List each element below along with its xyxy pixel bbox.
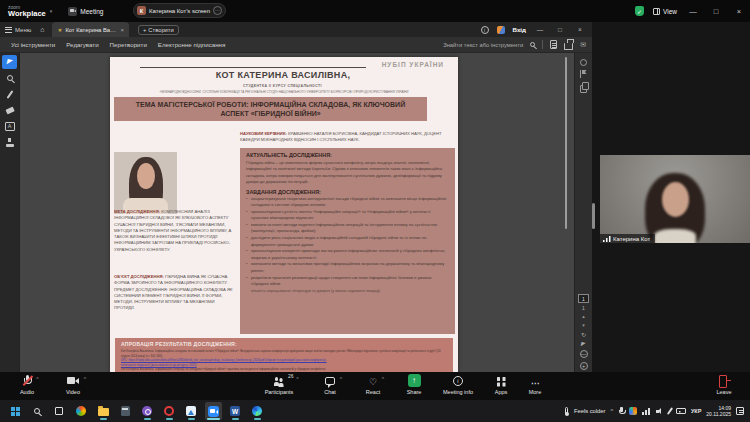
- create-button[interactable]: + Створити: [138, 25, 179, 35]
- previous-page-icon[interactable]: ▴: [582, 314, 585, 319]
- highlight-pen-button[interactable]: [2, 87, 17, 101]
- search-icon[interactable]: [530, 42, 535, 47]
- zoom-in-icon[interactable]: +: [580, 362, 588, 370]
- volume-icon[interactable]: [656, 407, 664, 415]
- pdf-right-tool-rail: 1 1 ▴ ▾ ↻ ◤ — +: [574, 53, 592, 372]
- home-icon[interactable]: ⌂: [40, 26, 44, 33]
- share-label: Share: [407, 389, 422, 395]
- find-text-label[interactable]: Знайти текст або інструменти: [443, 42, 523, 48]
- apps-button[interactable]: Apps: [484, 374, 518, 399]
- view-button[interactable]: View: [653, 8, 677, 15]
- weather-label[interactable]: Feels colder: [574, 408, 606, 414]
- video-options-caret[interactable]: ^: [84, 376, 86, 382]
- tools-menu-edit[interactable]: Редагувати: [66, 41, 98, 48]
- participants-options-caret[interactable]: ^: [296, 376, 298, 382]
- pages-panel-icon[interactable]: [580, 82, 588, 91]
- chat-options-caret[interactable]: ^: [340, 376, 342, 382]
- pdf-menu-button[interactable]: Меню: [5, 27, 31, 33]
- eraser-tool-button[interactable]: [2, 103, 17, 117]
- meeting-info-button[interactable]: i Meeting info: [434, 374, 482, 399]
- share-button[interactable]: ↑ Share: [396, 374, 432, 399]
- language-indicator[interactable]: УКР: [691, 408, 701, 414]
- zoom-out-icon[interactable]: —: [580, 350, 588, 358]
- info-circle-icon: i: [453, 376, 463, 386]
- taskbar-search-button[interactable]: [29, 402, 46, 420]
- tools-menu-esign[interactable]: Електронне підписання: [158, 41, 226, 48]
- clock[interactable]: 14:09 20.11.2025: [706, 405, 731, 418]
- opera-button[interactable]: [161, 402, 178, 420]
- pdf-maximize-button[interactable]: □: [554, 26, 566, 33]
- participant-video-tile[interactable]: Катерина Кот: [600, 155, 750, 243]
- bookmark-icon[interactable]: [580, 70, 587, 78]
- stamp-tool-button[interactable]: [2, 135, 17, 149]
- tray-app-icon[interactable]: [629, 407, 637, 415]
- zoom-app-button[interactable]: [205, 402, 222, 420]
- task-view-button[interactable]: [51, 402, 68, 420]
- next-page-icon[interactable]: ▾: [582, 323, 585, 328]
- pdf-close-button[interactable]: ×: [574, 26, 586, 33]
- info-icon[interactable]: i: [481, 26, 489, 34]
- word-icon: W: [230, 406, 240, 416]
- react-options-caret[interactable]: ^: [382, 376, 384, 382]
- react-button[interactable]: ♡^ React: [355, 374, 391, 399]
- copilot-button[interactable]: [73, 402, 90, 420]
- chevron-down-icon[interactable]: ▾: [50, 8, 53, 14]
- tab-meeting[interactable]: Meeting: [68, 7, 103, 16]
- hidden-icons-chevron[interactable]: ^: [611, 408, 614, 414]
- approbation-box: АПРОБАЦІЯ РЕЗУЛЬТАТІВ ДОСЛІДЖЕННЯ: Кот К…: [115, 338, 453, 372]
- header-rule: [140, 67, 366, 68]
- edge-button[interactable]: [249, 402, 266, 420]
- calculator-button[interactable]: [117, 402, 134, 420]
- favorite-star-icon[interactable]: ★: [57, 27, 62, 33]
- touch-keyboard-icon[interactable]: [676, 408, 686, 414]
- zoom-tool-button[interactable]: [2, 71, 17, 85]
- maximize-button[interactable]: □: [709, 7, 723, 16]
- audio-options-caret[interactable]: ^: [36, 376, 38, 382]
- shared-screen-pill[interactable]: К Катерина Кот's screen ⋯: [133, 3, 226, 18]
- weather-thermometer-icon[interactable]: [565, 407, 568, 415]
- notification-bell-icon[interactable]: [497, 26, 505, 34]
- page-panel-icon[interactable]: [550, 40, 557, 49]
- word-button[interactable]: W: [227, 402, 244, 420]
- comment-icon[interactable]: [580, 59, 587, 66]
- view-layout-icon: [653, 8, 660, 15]
- network-icon[interactable]: [642, 408, 651, 415]
- start-button[interactable]: [7, 402, 24, 420]
- leave-button[interactable]: Leave: [706, 374, 742, 399]
- more-button[interactable]: ⋯ More: [518, 374, 552, 399]
- participants-button[interactable]: 26^ Participants: [252, 374, 306, 399]
- shared-screen-label: Катерина Кот's screen: [149, 8, 210, 14]
- pdf-document-area: НУБІП УКРАЇНИ КОТ КАТЕРИНА ВАСИЛІВНА, СТ…: [20, 53, 574, 372]
- tools-menu-all-tools[interactable]: Усі інструменти: [11, 41, 55, 48]
- pdf-minimize-button[interactable]: —: [534, 26, 546, 33]
- signin-button[interactable]: Вхід: [513, 26, 526, 33]
- more-options-icon[interactable]: ⋯: [213, 6, 222, 15]
- photos-app-button[interactable]: [183, 402, 200, 420]
- tray-microphone-icon[interactable]: [618, 407, 624, 415]
- security-shield-icon[interactable]: ✓: [635, 6, 644, 16]
- close-tab-icon[interactable]: ×: [120, 27, 124, 33]
- notification-center-icon[interactable]: [736, 407, 744, 415]
- minimize-button[interactable]: —: [686, 7, 700, 16]
- edge-icon: [252, 406, 262, 416]
- panel-resize-handle[interactable]: [592, 203, 595, 229]
- close-button[interactable]: ×: [732, 7, 746, 16]
- audio-button[interactable]: ^ Audio: [6, 374, 48, 399]
- viber-button[interactable]: [139, 402, 156, 420]
- hand-tool-icon[interactable]: ◤: [581, 341, 586, 348]
- scrollbar[interactable]: [565, 57, 567, 229]
- file-explorer-button[interactable]: [95, 402, 112, 420]
- printer-icon[interactable]: [564, 43, 573, 50]
- page-number-box[interactable]: 1: [578, 294, 589, 303]
- video-button[interactable]: ^ Video: [52, 374, 94, 399]
- text-box-icon: A: [5, 122, 15, 131]
- chat-button[interactable]: ^ Chat: [312, 374, 348, 399]
- rotate-icon[interactable]: ↻: [581, 332, 586, 338]
- pdf-document-tab[interactable]: ★ Кот Катерина Васил... ×: [52, 22, 128, 37]
- select-tool-button[interactable]: ◤: [2, 55, 17, 69]
- text-box-tool-button[interactable]: A: [2, 119, 17, 133]
- share-mail-icon[interactable]: ✉: [580, 41, 586, 48]
- tools-menu-convert[interactable]: Перетворити: [110, 41, 147, 48]
- thesis-topic-banner: ТЕМА МАГІСТЕРСЬКОЇ РОБОТИ: ІНФОРМАЦІЙНА …: [114, 97, 427, 121]
- pen-settings-icon[interactable]: [667, 407, 673, 415]
